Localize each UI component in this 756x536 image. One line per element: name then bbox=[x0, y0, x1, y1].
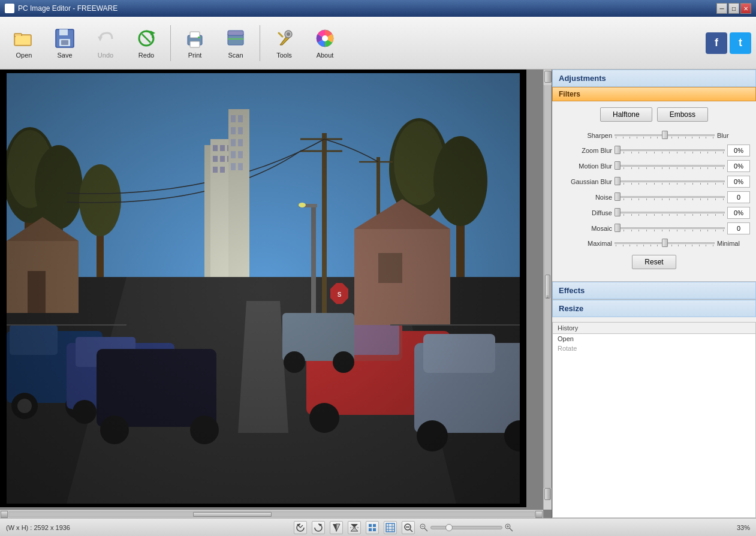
diffuse-row: Diffuse 0% bbox=[558, 207, 750, 219]
history-item-open[interactable]: Open bbox=[553, 334, 755, 344]
grid2-button[interactable] bbox=[384, 521, 397, 534]
history-header: History bbox=[553, 323, 755, 334]
svg-marker-7 bbox=[98, 37, 103, 41]
h-scroll-thumb[interactable] bbox=[193, 512, 272, 517]
svg-marker-107 bbox=[336, 524, 340, 531]
zoom-min-icon bbox=[420, 523, 428, 532]
svg-line-128 bbox=[510, 528, 513, 531]
titlebar-controls: ─ □ ✕ bbox=[716, 3, 751, 14]
open-button[interactable]: Open bbox=[5, 22, 43, 65]
maximize-button[interactable]: □ bbox=[728, 3, 739, 14]
svg-rect-112 bbox=[369, 524, 372, 527]
sharpen-slider-container bbox=[615, 130, 715, 141]
redo-button[interactable]: Redo bbox=[127, 22, 165, 65]
print-icon bbox=[184, 28, 206, 49]
tools-icon bbox=[273, 28, 295, 49]
grid-button[interactable] bbox=[366, 521, 379, 534]
canvas-area: S bbox=[0, 70, 552, 518]
mosaic-knob[interactable] bbox=[615, 224, 621, 232]
window-title: PC Image Editor - FREEWARE bbox=[18, 4, 118, 13]
facebook-button[interactable]: f bbox=[706, 32, 727, 54]
zoom-blur-value[interactable]: 0% bbox=[727, 144, 750, 156]
scroll-track[interactable]: ≡ bbox=[544, 85, 552, 488]
h-scroll-track[interactable] bbox=[8, 511, 535, 517]
image-container: S bbox=[0, 70, 526, 507]
svg-rect-114 bbox=[369, 528, 372, 531]
tools-label: Tools bbox=[276, 52, 292, 59]
maximal-knob[interactable] bbox=[662, 239, 668, 247]
social-icons: f t bbox=[706, 32, 751, 54]
gaussian-blur-slider-container bbox=[615, 176, 725, 187]
save-icon bbox=[54, 28, 76, 49]
diffuse-slider-wrap bbox=[615, 207, 725, 218]
maximal-slider-wrap bbox=[615, 238, 715, 249]
zoom-blur-knob[interactable] bbox=[615, 146, 621, 154]
horizontal-scrollbar[interactable] bbox=[0, 510, 543, 518]
noise-value[interactable]: 0 bbox=[727, 191, 750, 203]
about-button[interactable]: About bbox=[306, 22, 344, 65]
flip-v-button[interactable] bbox=[348, 521, 361, 534]
open-icon bbox=[13, 28, 35, 49]
motion-blur-knob[interactable] bbox=[615, 161, 621, 170]
reset-button[interactable]: Reset bbox=[632, 255, 676, 269]
adjustments-title: Adjustments bbox=[559, 74, 606, 83]
print-button[interactable]: Print bbox=[176, 22, 214, 65]
about-icon bbox=[314, 28, 336, 49]
diffuse-knob[interactable] bbox=[615, 208, 621, 216]
resize-title: Resize bbox=[559, 304, 583, 313]
toolbar-separator-2 bbox=[260, 25, 260, 61]
effects-section: Effects bbox=[552, 281, 756, 299]
noise-knob[interactable] bbox=[615, 192, 621, 201]
toolbar: Open Save Undo bbox=[0, 17, 756, 70]
motion-blur-value[interactable]: 0% bbox=[727, 160, 750, 172]
zoom-out-button[interactable] bbox=[402, 521, 415, 534]
redo-label: Redo bbox=[138, 52, 154, 59]
close-button[interactable]: ✕ bbox=[740, 3, 751, 14]
svg-rect-12 bbox=[190, 41, 200, 47]
history-item-rotate[interactable]: Rotate bbox=[553, 344, 755, 353]
save-button[interactable]: Save bbox=[46, 22, 84, 65]
maximal-slider-container bbox=[615, 238, 715, 249]
open-label: Open bbox=[16, 52, 32, 59]
zoom-area bbox=[420, 523, 513, 532]
noise-label: Noise bbox=[558, 194, 612, 201]
rotate-right-button[interactable] bbox=[312, 521, 325, 534]
svg-rect-115 bbox=[373, 528, 376, 531]
canvas-scroll[interactable]: S bbox=[0, 70, 552, 518]
diffuse-value[interactable]: 0% bbox=[727, 207, 750, 219]
diffuse-label: Diffuse bbox=[558, 209, 612, 216]
filters-content: Halftone Emboss Sharpen bbox=[552, 101, 756, 281]
street-image: S bbox=[7, 73, 520, 504]
scan-button[interactable]: Scan bbox=[216, 22, 255, 65]
zoom-blur-row: Zoom Blur 0% bbox=[558, 144, 750, 156]
svg-line-122 bbox=[410, 529, 412, 532]
noise-row: Noise 0 bbox=[558, 191, 750, 203]
zoom-blur-slider-container bbox=[615, 145, 725, 156]
gaussian-blur-knob[interactable] bbox=[615, 177, 621, 185]
noise-slider-container bbox=[615, 192, 725, 203]
sharpen-knob[interactable] bbox=[662, 131, 668, 139]
tools-button[interactable]: Tools bbox=[265, 22, 303, 65]
image-dimensions: (W x H) : 2592 x 1936 bbox=[6, 524, 70, 531]
vertical-scrollbar[interactable]: ≡ bbox=[543, 70, 552, 510]
svg-rect-15 bbox=[228, 31, 243, 35]
rotate-left-button[interactable] bbox=[294, 521, 307, 534]
gaussian-blur-label: Gaussian Blur bbox=[558, 178, 612, 185]
mosaic-value[interactable]: 0 bbox=[727, 222, 750, 234]
undo-button[interactable]: Undo bbox=[86, 22, 125, 65]
filter-buttons: Halftone Emboss bbox=[558, 107, 750, 122]
halftone-button[interactable]: Halftone bbox=[600, 107, 652, 122]
gaussian-blur-value[interactable]: 0% bbox=[727, 176, 750, 188]
minimize-button[interactable]: ─ bbox=[716, 3, 727, 14]
titlebar-title: PC Image Editor - FREEWARE bbox=[5, 4, 118, 13]
history-panel: History Open Rotate bbox=[552, 322, 756, 518]
emboss-button[interactable]: Emboss bbox=[657, 107, 708, 122]
flip-h-button[interactable] bbox=[330, 521, 343, 534]
zoom-slider[interactable] bbox=[430, 526, 502, 529]
effects-title: Effects bbox=[559, 286, 585, 295]
minimal-label: Minimal bbox=[717, 240, 750, 247]
filters-header: Filters bbox=[552, 87, 756, 101]
save-label: Save bbox=[57, 52, 72, 59]
mosaic-label: Mosaic bbox=[558, 225, 612, 232]
twitter-button[interactable]: t bbox=[730, 32, 751, 54]
